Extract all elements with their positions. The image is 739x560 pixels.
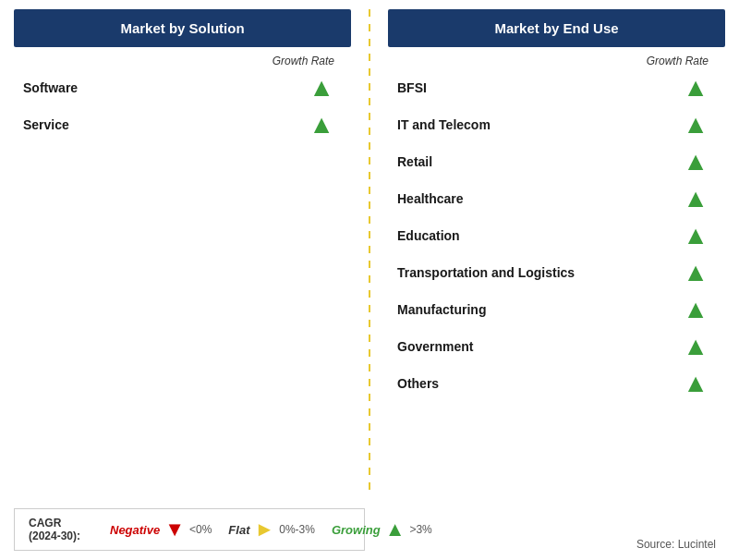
- negative-range: <0%: [189, 523, 212, 536]
- dashed-line: [369, 9, 370, 495]
- right-item-label: Transportation and Logistics: [397, 265, 575, 280]
- right-list-item: IT and Telecom ▲: [388, 106, 725, 143]
- right-panel: Market by End Use Growth Rate BFSI ▲ IT …: [388, 9, 725, 495]
- yellow-right-arrow-icon: ►: [254, 519, 274, 540]
- right-list-item: Manufacturing ▲: [388, 291, 725, 328]
- right-list-item: BFSI ▲: [388, 69, 725, 106]
- right-panel-header: Market by End Use: [388, 9, 725, 47]
- right-list-item: Transportation and Logistics ▲: [388, 254, 725, 291]
- green-up-arrow-icon: ▲: [683, 112, 709, 138]
- growing-range: >3%: [409, 523, 431, 536]
- right-item-label: Manufacturing: [397, 302, 486, 317]
- flat-range: 0%-3%: [279, 523, 315, 536]
- green-up-arrow-icon: ▲: [683, 223, 709, 249]
- legend-title: CAGR(2024-30):: [29, 517, 93, 542]
- right-growth-rate-label: Growth Rate: [388, 47, 725, 69]
- left-panel: Market by Solution Growth Rate Software …: [14, 9, 351, 495]
- green-up-arrow-icon: ▲: [309, 112, 334, 138]
- legend-growing: Growing ▲ >3%: [332, 519, 432, 540]
- legend-negative: Negative ▼ <0%: [110, 519, 212, 540]
- right-list-item: Education ▲: [388, 217, 725, 254]
- right-item-label: Healthcare: [397, 191, 464, 206]
- growing-label: Growing: [332, 523, 381, 537]
- right-list-item: Healthcare ▲: [388, 180, 725, 217]
- right-items-list: BFSI ▲ IT and Telecom ▲ Retail ▲ Healthc…: [388, 69, 725, 402]
- source-text: Source: Lucintel: [636, 538, 725, 551]
- right-list-item: Others ▲: [388, 365, 725, 402]
- left-item-label: Software: [23, 80, 78, 95]
- right-item-label: Government: [397, 339, 473, 354]
- green-up-arrow-icon: ▲: [683, 297, 709, 323]
- left-panel-header: Market by Solution: [14, 9, 351, 47]
- green-up-arrow-icon: ▲: [309, 75, 334, 101]
- left-list-item: Software ▲: [14, 69, 351, 106]
- right-list-item: Government ▲: [388, 328, 725, 365]
- green-up-arrow-icon: ▲: [683, 75, 709, 101]
- right-list-item: Retail ▲: [388, 143, 725, 180]
- right-item-label: BFSI: [397, 80, 427, 95]
- left-items-list: Software ▲ Service ▲: [14, 69, 351, 143]
- right-item-label: Others: [397, 376, 439, 391]
- divider: [351, 9, 388, 495]
- green-up-arrow-icon: ▲: [683, 371, 709, 396]
- green-up-arrow-sm-icon: ▲: [385, 519, 406, 540]
- negative-label: Negative: [110, 523, 160, 537]
- legend: CAGR(2024-30): Negative ▼ <0% Flat ► 0%-…: [14, 508, 365, 551]
- legend-flat: Flat ► 0%-3%: [228, 519, 315, 540]
- green-up-arrow-icon: ▲: [683, 186, 709, 212]
- green-up-arrow-icon: ▲: [683, 149, 709, 175]
- left-list-item: Service ▲: [14, 106, 351, 143]
- flat-label: Flat: [228, 523, 249, 537]
- left-item-label: Service: [23, 117, 69, 132]
- left-growth-rate-label: Growth Rate: [14, 47, 351, 69]
- right-item-label: IT and Telecom: [397, 117, 491, 132]
- green-up-arrow-icon: ▲: [683, 260, 709, 286]
- green-up-arrow-icon: ▲: [683, 334, 709, 359]
- bottom-row: CAGR(2024-30): Negative ▼ <0% Flat ► 0%-…: [14, 501, 725, 551]
- right-item-label: Retail: [397, 154, 432, 169]
- right-item-label: Education: [397, 228, 460, 243]
- red-down-arrow-icon: ▼: [164, 519, 185, 540]
